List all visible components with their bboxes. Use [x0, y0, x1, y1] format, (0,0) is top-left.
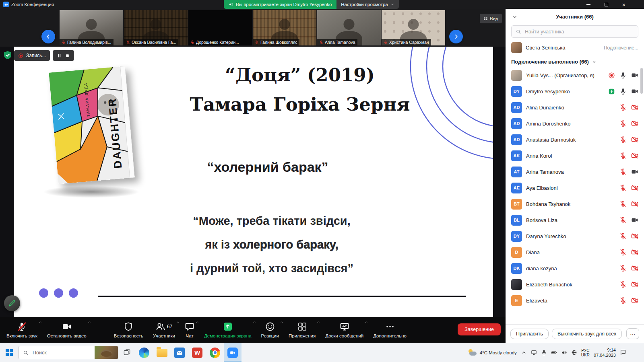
mic-tray-icon[interactable]: [541, 350, 547, 356]
chevron-up-icon[interactable]: [195, 320, 199, 324]
battery-tray-icon[interactable]: [551, 350, 557, 356]
screen-share-status-icon: [608, 88, 615, 95]
previous-videos-button[interactable]: [41, 30, 55, 43]
participant-row[interactable]: D Diana: [506, 244, 644, 260]
participant-row[interactable]: AD Anastasia Darmostuk: [506, 132, 644, 148]
stop-recording-button[interactable]: [65, 53, 70, 58]
display-tray-icon[interactable]: [531, 350, 537, 356]
pencil-icon: [8, 299, 16, 307]
video-tile[interactable]: Оксана Василівна Га...: [124, 10, 188, 45]
participant-row[interactable]: AD Alina Dunaienko: [506, 99, 644, 115]
participant-row[interactable]: AD Amina Doroshenko: [506, 115, 644, 132]
speaker-icon: [229, 2, 233, 7]
mic-status-icon: [619, 281, 627, 288]
apps-button[interactable]: Приложения: [284, 317, 320, 343]
mute-all-button[interactable]: Выключить звук для всех: [552, 329, 622, 339]
pause-recording-button[interactable]: [57, 53, 62, 58]
next-videos-button[interactable]: [449, 30, 463, 43]
avatar: [511, 42, 522, 53]
chevron-right-icon: [453, 33, 459, 40]
chevron-up-icon[interactable]: [38, 320, 42, 324]
smiley-icon: [265, 322, 275, 331]
more-options-button[interactable]: ⋯: [626, 328, 639, 339]
speaker-tray-icon[interactable]: [561, 350, 567, 356]
participant-name: Bohdana Tsyhanok: [526, 201, 615, 207]
participant-row[interactable]: AK Anna Korol: [506, 148, 644, 164]
people-icon: [156, 322, 165, 331]
video-tile[interactable]: Arina Tamanova: [317, 10, 381, 45]
taskbar-app-wps[interactable]: W: [188, 343, 206, 362]
video-tile[interactable]: Дорошенко Катерин...: [188, 10, 252, 45]
taskbar-search[interactable]: [19, 346, 118, 359]
participant-row[interactable]: Yuliia Vys... (Организатор, я): [506, 67, 644, 83]
record-icon: [18, 53, 23, 58]
participant-row[interactable]: BT Bohdana Tsyhanok: [506, 196, 644, 212]
video-tile[interactable]: Христина Сарахман: [382, 10, 445, 45]
screen-share-banner: Вы просматриваете экран Dmytro Yesypenko…: [224, 0, 399, 9]
chevron-up-icon[interactable]: [176, 320, 180, 324]
collapse-panel-icon[interactable]: [512, 14, 518, 20]
taskbar-app-chrome[interactable]: [206, 343, 224, 362]
participant-row[interactable]: BL Borisova Liza: [506, 212, 644, 228]
taskbar-app-zoom[interactable]: [224, 343, 242, 362]
language-indicator[interactable]: РУС UKR: [581, 348, 590, 357]
chevron-up-icon[interactable]: [252, 320, 256, 324]
task-view-button[interactable]: [118, 343, 135, 362]
chevron-up-icon[interactable]: [280, 320, 284, 324]
shield-icon: [124, 322, 133, 331]
connected-section-header[interactable]: Подключение выполнено (66): [506, 55, 644, 67]
participants-header: Участники (66): [506, 9, 644, 24]
chevron-up-icon[interactable]: [316, 320, 320, 324]
chevron-up-icon[interactable]: [87, 320, 91, 324]
taskbar-app-mail[interactable]: [171, 343, 188, 362]
show-hidden-icons-chevron[interactable]: [521, 350, 527, 356]
reactions-button[interactable]: Реакции: [256, 317, 284, 343]
search-input[interactable]: [524, 29, 634, 35]
video-tile[interactable]: Галина Шовкопляс: [253, 10, 316, 45]
annotation-pen-button[interactable]: [4, 295, 20, 311]
participant-row[interactable]: Elizabeth Buriachok: [506, 276, 644, 292]
taskbar-clock[interactable]: 9:14 07.04.2023: [594, 348, 616, 358]
joining-participant-row[interactable]: Свєта Зелінська Подключение...: [506, 41, 644, 55]
network-tray-icon[interactable]: [571, 350, 577, 356]
participant-search[interactable]: [511, 25, 638, 38]
stop-video-button[interactable]: Остановить видео: [42, 317, 91, 343]
participant-row[interactable]: E Elizaveta: [506, 292, 644, 309]
taskbar-app-edge[interactable]: [135, 343, 153, 362]
close-button[interactable]: ×: [615, 0, 633, 9]
taskbar-app-explorer[interactable]: [153, 343, 171, 362]
end-meeting-button[interactable]: Завершение: [458, 323, 501, 335]
taskbar-search-input[interactable]: [32, 350, 78, 356]
participant-row[interactable]: AT Arina Tamanova: [506, 164, 644, 180]
weather-widget[interactable]: 4°C Mostly cloudy: [468, 349, 517, 356]
participant-row[interactable]: DY Dmytro Yesypenko: [506, 83, 644, 99]
participant-row[interactable]: AE Aya Elbasioni: [506, 180, 644, 196]
scrollbar-thumb[interactable]: [640, 68, 643, 94]
chevron-down-icon: [390, 2, 394, 6]
view-layout-button[interactable]: Вид: [480, 14, 502, 23]
search-highlight-image[interactable]: [95, 346, 118, 359]
invite-button[interactable]: Пригласить: [510, 329, 549, 339]
security-button[interactable]: Безопасность: [109, 317, 148, 343]
minimize-button[interactable]: [580, 0, 597, 9]
participants-button[interactable]: 67 Участники: [148, 317, 180, 343]
avatar: DY: [511, 231, 522, 242]
share-screen-button[interactable]: Демонстрация экрана: [199, 317, 256, 343]
chat-button[interactable]: Чат: [180, 317, 199, 343]
chevron-up-icon[interactable]: [364, 320, 368, 324]
start-button[interactable]: [0, 343, 19, 362]
whiteboards-button[interactable]: Доски сообщений: [320, 317, 368, 343]
encryption-shield-icon[interactable]: [3, 50, 12, 60]
video-strip: Галина Володимирів... Оксана Василівна Г…: [0, 9, 506, 47]
video-tile[interactable]: Галина Володимирів...: [60, 10, 123, 45]
avatar: BT: [511, 199, 522, 210]
mic-muted-icon: [319, 40, 323, 44]
participant-row[interactable]: DY Daryna Yurechko: [506, 228, 644, 244]
maximize-button[interactable]: [597, 0, 615, 9]
action-center-button[interactable]: [620, 349, 626, 356]
view-options-button[interactable]: Настройки просмотра: [336, 0, 398, 9]
avatar: [511, 70, 522, 81]
more-button[interactable]: Дополнительно: [368, 317, 411, 343]
participant-row[interactable]: DK diana kozyna: [506, 260, 644, 276]
unmute-button[interactable]: Включить звук: [2, 317, 42, 343]
